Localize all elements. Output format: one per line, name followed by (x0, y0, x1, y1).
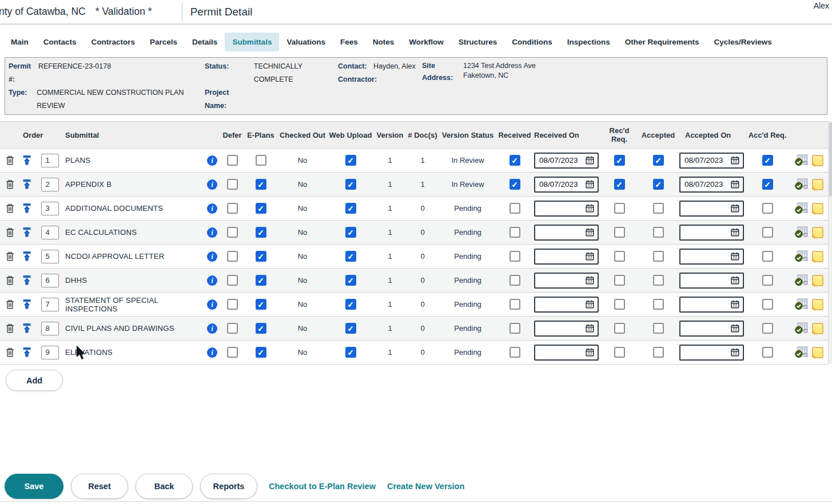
review-checklist-button[interactable] (795, 202, 808, 214)
web-upload-checkbox[interactable] (345, 347, 356, 358)
move-to-top-button[interactable] (23, 251, 31, 261)
web-upload-checkbox[interactable] (345, 323, 356, 334)
checkout-eplan-link[interactable]: Checkout to E-Plan Review (269, 482, 376, 491)
accepted-on-input[interactable] (679, 345, 744, 361)
recd-req-checkbox[interactable] (614, 155, 625, 166)
eplans-checkbox[interactable] (256, 227, 266, 238)
back-button[interactable]: Back (136, 474, 193, 499)
review-checklist-button[interactable] (795, 346, 808, 358)
received-checkbox[interactable] (509, 347, 520, 358)
eplans-checkbox[interactable] (256, 323, 266, 334)
note-button[interactable] (812, 226, 823, 238)
tab-contractors[interactable]: Contractors (84, 33, 143, 51)
order-input[interactable] (41, 178, 59, 191)
delete-row-button[interactable] (6, 251, 14, 261)
received-on-input[interactable] (534, 297, 599, 313)
received-checkbox[interactable] (509, 251, 520, 262)
accepted-checkbox[interactable] (653, 227, 664, 238)
accd-req-checkbox[interactable] (762, 155, 773, 166)
info-icon[interactable]: i (207, 323, 217, 334)
note-button[interactable] (812, 274, 823, 286)
tab-cycles-reviews[interactable]: Cycles/Reviews (707, 33, 779, 51)
review-checklist-button[interactable] (795, 322, 808, 334)
received-checkbox[interactable] (509, 275, 520, 286)
info-icon[interactable]: i (207, 203, 217, 214)
order-input[interactable] (41, 154, 59, 167)
defer-checkbox[interactable] (227, 347, 238, 358)
table-scrollbar[interactable] (828, 121, 832, 364)
web-upload-checkbox[interactable] (345, 251, 356, 262)
defer-checkbox[interactable] (227, 275, 238, 286)
order-input[interactable] (41, 250, 59, 263)
tab-details[interactable]: Details (185, 33, 225, 51)
tab-structures[interactable]: Structures (451, 33, 505, 51)
web-upload-checkbox[interactable] (345, 299, 356, 310)
accd-req-checkbox[interactable] (762, 347, 773, 358)
note-button[interactable] (812, 250, 823, 262)
received-checkbox[interactable] (509, 179, 520, 190)
info-icon[interactable]: i (207, 275, 217, 286)
accd-req-checkbox[interactable] (762, 299, 773, 310)
defer-checkbox[interactable] (227, 179, 238, 190)
received-checkbox[interactable] (509, 323, 520, 334)
accepted-on-input[interactable] (679, 249, 744, 265)
add-button[interactable]: Add (6, 370, 63, 391)
review-checklist-button[interactable] (795, 154, 808, 166)
order-input[interactable] (41, 274, 59, 287)
info-icon[interactable]: i (207, 299, 217, 310)
note-button[interactable] (812, 202, 823, 214)
tab-inspections[interactable]: Inspections (560, 33, 618, 51)
note-button[interactable] (812, 178, 823, 190)
accepted-on-input[interactable] (679, 321, 744, 337)
defer-checkbox[interactable] (227, 251, 238, 262)
accd-req-checkbox[interactable] (762, 203, 773, 214)
accepted-checkbox[interactable] (653, 179, 664, 190)
received-on-input[interactable] (534, 249, 599, 265)
recd-req-checkbox[interactable] (614, 299, 625, 310)
accd-req-checkbox[interactable] (762, 323, 773, 334)
accepted-on-input[interactable] (679, 297, 744, 313)
accepted-checkbox[interactable] (653, 203, 664, 214)
received-on-input[interactable] (534, 345, 599, 361)
info-icon[interactable]: i (207, 227, 217, 238)
review-checklist-button[interactable] (795, 274, 808, 286)
table-scrollbar-thumb[interactable] (829, 122, 832, 197)
accd-req-checkbox[interactable] (762, 275, 773, 286)
tab-workflow[interactable]: Workflow (401, 33, 451, 51)
accepted-checkbox[interactable] (653, 323, 664, 334)
received-on-input[interactable] (534, 321, 599, 337)
delete-row-button[interactable] (6, 203, 14, 213)
recd-req-checkbox[interactable] (614, 179, 625, 190)
review-checklist-button[interactable] (795, 178, 808, 190)
order-input[interactable] (41, 202, 59, 215)
recd-req-checkbox[interactable] (614, 203, 625, 214)
delete-row-button[interactable] (6, 179, 14, 189)
received-checkbox[interactable] (509, 299, 520, 310)
move-to-top-button[interactable] (23, 323, 31, 333)
eplans-checkbox[interactable] (256, 347, 266, 358)
eplans-checkbox[interactable] (256, 251, 266, 262)
review-checklist-button[interactable] (795, 250, 808, 262)
received-on-input[interactable]: 08/07/2023 (534, 177, 599, 193)
info-icon[interactable]: i (207, 251, 217, 262)
tab-submittals[interactable]: Submittals (225, 33, 279, 51)
user-menu[interactable]: Alex H (814, 1, 832, 10)
delete-row-button[interactable] (6, 275, 14, 285)
tab-contacts[interactable]: Contacts (36, 33, 84, 51)
move-to-top-button[interactable] (23, 299, 31, 309)
order-input[interactable] (41, 298, 59, 311)
note-button[interactable] (812, 154, 823, 166)
accd-req-checkbox[interactable] (762, 179, 773, 190)
defer-checkbox[interactable] (227, 227, 238, 238)
accepted-on-input[interactable]: 08/07/2023 (679, 153, 744, 169)
accepted-on-input[interactable] (679, 273, 744, 289)
web-upload-checkbox[interactable] (345, 275, 356, 286)
accepted-checkbox[interactable] (653, 347, 664, 358)
accepted-on-input[interactable]: 08/07/2023 (679, 177, 744, 193)
tab-valuations[interactable]: Valuations (279, 33, 333, 51)
recd-req-checkbox[interactable] (614, 251, 625, 262)
tab-fees[interactable]: Fees (333, 33, 365, 51)
review-checklist-button[interactable] (795, 298, 808, 310)
delete-row-button[interactable] (6, 347, 14, 357)
move-to-top-button[interactable] (23, 155, 31, 165)
